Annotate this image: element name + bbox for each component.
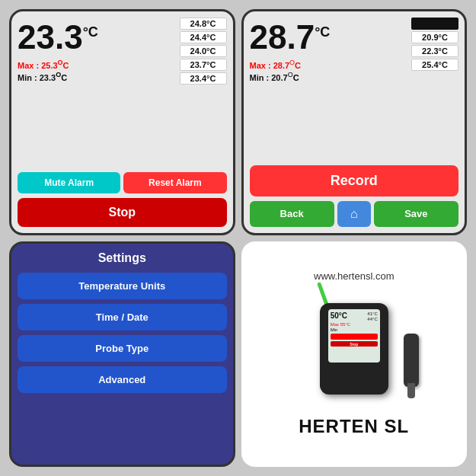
panel-record: 28.7°C Max : 28.7OC Min : 20.7OC 20.9°C … <box>241 9 468 235</box>
max-unit: O <box>58 59 63 66</box>
p2-max-min-section: Max : 28.7OC Min : 20.7OC <box>250 59 407 83</box>
ds-small-2: 44°C <box>367 317 377 321</box>
brand-name: HERTEN SL <box>299 416 409 437</box>
probe-body <box>404 334 419 387</box>
settings-item-advanced[interactable]: Advanced <box>18 366 227 393</box>
max-temp: Max : 25.3OC <box>18 59 175 71</box>
mute-alarm-button[interactable]: Mute Alarm <box>18 172 120 193</box>
ds-small-1: 41°C <box>367 311 377 316</box>
p2-main-temp-section: 28.7°C Max : 28.7OC Min : 20.7OC <box>250 18 407 161</box>
p2-max-label: Max : 28.7 <box>250 61 290 70</box>
side-temp-2: 24.4°C <box>180 31 227 43</box>
p2-temp-unit: °C <box>315 24 330 40</box>
main-temp-section: 23.3°C Max : 25.3OC Min : 23.3OC <box>18 18 175 168</box>
back-button[interactable]: Back <box>250 201 334 227</box>
ds-red-btn <box>331 334 378 340</box>
p2-min-label: Min : 20.7 <box>250 73 288 82</box>
panel1-top: 23.3°C Max : 25.3OC Min : 23.3OC 24.8°C … <box>18 18 227 168</box>
device-body: 50°C 41°C 44°C Max 55°C Min Stop <box>320 303 388 395</box>
record-button[interactable]: Record <box>250 165 459 196</box>
ds-min: Min <box>331 327 378 332</box>
p2-black-box <box>411 18 458 30</box>
main-temperature: 23.3°C <box>18 21 175 54</box>
device-screen: 50°C 41°C 44°C Max 55°C Min Stop <box>328 309 380 363</box>
side-temp-3: 24.0°C <box>180 45 227 57</box>
home-icon: ⌂ <box>350 207 358 221</box>
p2-main-temperature: 28.7°C <box>250 21 407 54</box>
settings-item-probe-type[interactable]: Probe Type <box>18 335 227 362</box>
panel-device-photo: www.hertensl.com 50°C 41°C 44°C Max 55°C… <box>241 241 468 468</box>
settings-title: Settings <box>98 251 146 265</box>
p2-max-temp: Max : 28.7OC <box>250 59 407 71</box>
max-min-section: Max : 25.3OC Min : 23.3OC <box>18 59 175 83</box>
settings-item-time-date[interactable]: Time / Date <box>18 304 227 331</box>
side-temp-4: 23.7°C <box>180 59 227 71</box>
panel2-top: 28.7°C Max : 28.7OC Min : 20.7OC 20.9°C … <box>250 18 459 161</box>
ds-max: Max 55°C <box>331 322 378 327</box>
settings-item-temperature-units[interactable]: Temperature Units <box>18 273 227 299</box>
ds-temp: 50°C <box>331 311 347 321</box>
alarm-buttons-row: Mute Alarm Reset Alarm <box>18 172 227 193</box>
p2-bottom-buttons-row: Back ⌂ Save <box>250 201 459 227</box>
panel-settings: Settings Temperature Units Time / Date P… <box>9 241 235 468</box>
device-visual: 50°C 41°C 44°C Max 55°C Min Stop <box>286 288 423 410</box>
temp-unit: °C <box>83 24 98 40</box>
ds-stop-text: Stop <box>350 342 358 347</box>
ds-right: 41°C 44°C <box>349 311 378 321</box>
stop-button[interactable]: Stop <box>18 198 227 227</box>
side-temp-5: 23.4°C <box>180 72 227 85</box>
p2-side-temp-2: 22.3°C <box>411 45 458 57</box>
p2-side-temp-3: 25.4°C <box>411 59 458 71</box>
temp-value: 23.3 <box>18 18 83 56</box>
p2-min-temp: Min : 20.7OC <box>250 71 407 83</box>
website-url: www.hertensl.com <box>314 270 394 282</box>
home-button[interactable]: ⌂ <box>337 201 371 227</box>
p2-side-temp-1: 20.9°C <box>411 31 458 43</box>
max-label: Max : 25.3 <box>18 61 58 70</box>
side-temps-list: 24.8°C 24.4°C 24.0°C 23.7°C 23.4°C <box>178 18 227 168</box>
ds-temp-row: 50°C 41°C 44°C <box>331 311 378 321</box>
reset-alarm-button[interactable]: Reset Alarm <box>123 172 226 193</box>
save-button[interactable]: Save <box>374 201 458 227</box>
panel-temperature-alarm: 23.3°C Max : 25.3OC Min : 23.3OC 24.8°C … <box>9 9 235 235</box>
min-label: Min : 23.3 <box>18 73 56 82</box>
p2-temp-value: 28.7 <box>250 18 315 56</box>
min-temp: Min : 23.3OC <box>18 71 175 83</box>
probe-tip <box>407 383 415 398</box>
p2-side-temps-list: 20.9°C 22.3°C 25.4°C <box>410 18 458 161</box>
side-temp-1: 24.8°C <box>180 18 227 30</box>
ds-stop-btn: Stop <box>331 341 378 347</box>
